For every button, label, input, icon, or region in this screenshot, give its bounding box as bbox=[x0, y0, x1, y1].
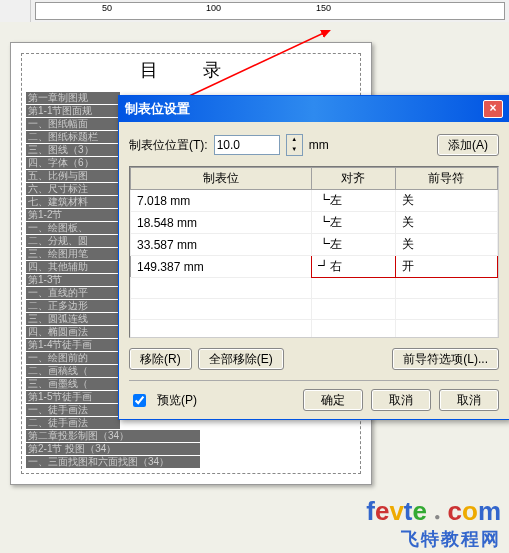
remove-all-button[interactable]: 全部移除(E) bbox=[198, 348, 284, 370]
table-row[interactable]: 7.018 mm┗左关 bbox=[131, 190, 498, 212]
watermark-cn: 飞特教程网 bbox=[366, 527, 501, 551]
doc-line: 四、其他辅助 bbox=[26, 261, 120, 273]
table-cell[interactable]: 关 bbox=[395, 190, 497, 212]
table-row bbox=[131, 278, 498, 299]
doc-line: 第1-1节图面规 bbox=[26, 105, 120, 117]
horizontal-ruler[interactable]: 50 100 150 bbox=[35, 2, 505, 20]
table-cell[interactable]: 149.387 mm bbox=[131, 256, 312, 278]
table-row[interactable]: 33.587 mm┗左关 bbox=[131, 234, 498, 256]
table-cell[interactable]: ┛右 bbox=[311, 256, 395, 278]
unit-label: mm bbox=[309, 138, 329, 152]
tab-position-label: 制表位位置(T): bbox=[129, 137, 208, 154]
tab-position-spinner[interactable]: ▲▼ bbox=[286, 134, 303, 156]
doc-line: 三、圆弧连线 bbox=[26, 313, 120, 325]
doc-line: 三、绘图用笔 bbox=[26, 248, 120, 260]
tab-list[interactable]: 制表位 对齐 前导符 7.018 mm┗左关18.548 mm┗左关33.587… bbox=[129, 166, 499, 338]
cancel-button-2[interactable]: 取消 bbox=[439, 389, 499, 411]
doc-line: 三、图线（3） bbox=[26, 144, 120, 156]
ruler-corner bbox=[0, 0, 31, 22]
col-tab[interactable]: 制表位 bbox=[131, 168, 312, 190]
doc-line: 二、徒手画法 bbox=[26, 417, 120, 429]
table-cell[interactable]: 7.018 mm bbox=[131, 190, 312, 212]
doc-line: 第1-2节 bbox=[26, 209, 120, 221]
doc-line: 第1-4节徒手画 bbox=[26, 339, 120, 351]
dialog-title: 制表位设置 bbox=[125, 100, 190, 118]
doc-line: 四、椭圆画法 bbox=[26, 326, 120, 338]
close-button[interactable]: × bbox=[483, 100, 503, 118]
ruler-bar: 50 100 150 bbox=[0, 0, 509, 23]
doc-line: 一、徒手画法 bbox=[26, 404, 120, 416]
tab-settings-dialog: 制表位设置 × 制表位位置(T): ▲▼ mm 添加(A) 制表位 对齐 前导符… bbox=[118, 95, 509, 420]
ruler-tick: 150 bbox=[316, 3, 331, 13]
doc-line: 六、尺寸标注 bbox=[26, 183, 120, 195]
table-cell[interactable]: ┗左 bbox=[311, 190, 395, 212]
doc-line: 七、建筑材料 bbox=[26, 196, 120, 208]
doc-line: 二、分规、圆 bbox=[26, 235, 120, 247]
table-cell[interactable]: 33.587 mm bbox=[131, 234, 312, 256]
doc-line: 第一章制图规 bbox=[26, 92, 120, 104]
table-row bbox=[131, 299, 498, 320]
doc-line: 一、绘图板、 bbox=[26, 222, 120, 234]
table-row[interactable]: 18.548 mm┗左关 bbox=[131, 212, 498, 234]
table-cell[interactable]: ┗左 bbox=[311, 234, 395, 256]
doc-line: 第二章投影制图（34） bbox=[26, 430, 200, 442]
table-cell[interactable]: ┗左 bbox=[311, 212, 395, 234]
doc-line: 第2-1节 投图（34） bbox=[26, 443, 200, 455]
doc-line: 第1-3节 bbox=[26, 274, 120, 286]
doc-line: 一、图纸幅面 bbox=[26, 118, 120, 130]
leader-options-button[interactable]: 前导符选项(L)... bbox=[392, 348, 499, 370]
ruler-tick: 100 bbox=[206, 3, 221, 13]
table-cell[interactable]: 关 bbox=[395, 212, 497, 234]
doc-line: 第1-5节徒手画 bbox=[26, 391, 120, 403]
cancel-button[interactable]: 取消 bbox=[371, 389, 431, 411]
doc-line: 一、三面找图和六面找图（34） bbox=[26, 456, 200, 468]
ok-button[interactable]: 确定 bbox=[303, 389, 363, 411]
ruler-tick: 50 bbox=[102, 3, 112, 13]
preview-checkbox[interactable] bbox=[133, 394, 146, 407]
table-row bbox=[131, 320, 498, 339]
col-align[interactable]: 对齐 bbox=[311, 168, 395, 190]
doc-line: 二、正多边形 bbox=[26, 300, 120, 312]
col-leader[interactable]: 前导符 bbox=[395, 168, 497, 190]
dialog-titlebar[interactable]: 制表位设置 × bbox=[119, 96, 509, 122]
doc-line: 四、字体（6） bbox=[26, 157, 120, 169]
doc-line: 二、画稿线（ bbox=[26, 365, 120, 377]
watermark: fevte ● com 飞特教程网 bbox=[366, 496, 501, 551]
watermark-site: fevte ● com bbox=[366, 496, 501, 527]
preview-label: 预览(P) bbox=[157, 392, 197, 409]
table-cell[interactable]: 18.548 mm bbox=[131, 212, 312, 234]
add-button[interactable]: 添加(A) bbox=[437, 134, 499, 156]
doc-line: 三、画墨线（ bbox=[26, 378, 120, 390]
table-cell[interactable]: 开 bbox=[395, 256, 497, 278]
table-cell[interactable]: 关 bbox=[395, 234, 497, 256]
table-row[interactable]: 149.387 mm┛右开 bbox=[131, 256, 498, 278]
remove-button[interactable]: 移除(R) bbox=[129, 348, 192, 370]
tab-position-input[interactable] bbox=[214, 135, 280, 155]
doc-line: 一、绘图前的 bbox=[26, 352, 120, 364]
doc-line: 五、比例与图 bbox=[26, 170, 120, 182]
doc-line: 一、直线的平 bbox=[26, 287, 120, 299]
doc-line: 二、图纸标题栏 bbox=[26, 131, 120, 143]
page-title: 目 录 bbox=[26, 58, 356, 82]
